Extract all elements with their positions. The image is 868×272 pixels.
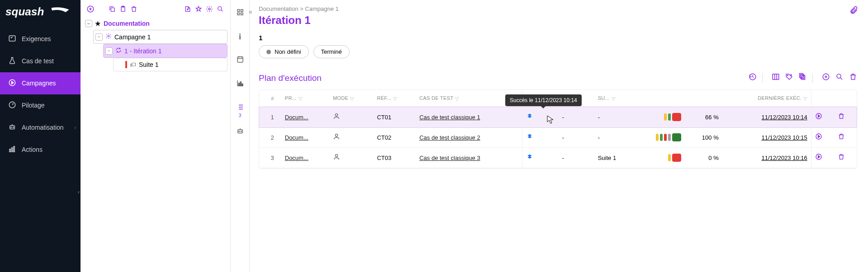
date-link[interactable]: 11/12/2023 10:14	[762, 114, 807, 121]
add-button[interactable]	[822, 73, 830, 83]
attach-icon[interactable]	[849, 5, 858, 18]
filter-icon[interactable]: ▽	[612, 96, 615, 102]
sidebar-item-campaigns[interactable]: Campagnes	[0, 72, 81, 94]
filter-icon[interactable]: ▽	[299, 96, 302, 102]
cell-trash	[834, 148, 857, 168]
list-count-badge: 3	[239, 113, 242, 118]
settings-icon[interactable]	[205, 5, 214, 14]
col-mode[interactable]: MODE▽	[329, 90, 374, 107]
collapse-left-button[interactable]: «	[249, 8, 252, 15]
detail-gutter: i 3	[231, 0, 250, 272]
cell-project: Docum...	[281, 127, 329, 148]
page-title: Itération 1	[259, 14, 857, 27]
project-link[interactable]: Docum...	[285, 134, 308, 141]
main-panel: « Documentation > Campagne 1 Itération 1…	[250, 0, 868, 272]
svg-point-26	[239, 131, 240, 132]
sidebar-collapse-button[interactable]: ‹	[78, 189, 80, 195]
execution-table: Succès le 11/12/2023 10:14 # PR...▽ MODE…	[259, 89, 857, 169]
svg-rect-21	[237, 57, 243, 62]
iteration-icon	[115, 47, 122, 55]
tree-suite[interactable]: 🏷 Suite 1	[113, 58, 228, 71]
sidebar-item-automation[interactable]: Automatisation ›	[0, 117, 81, 139]
importance-icon	[526, 134, 533, 141]
tree-root[interactable]: − ★ Documentation	[83, 17, 228, 30]
svg-rect-22	[238, 83, 239, 86]
filter-icon[interactable]: ▽	[350, 96, 354, 102]
gauge-icon	[8, 101, 16, 110]
spacer	[115, 61, 123, 68]
search-button[interactable]	[835, 73, 844, 83]
add-icon[interactable]	[86, 5, 95, 14]
breadcrumb-campaign[interactable]: Campagne 1	[305, 5, 338, 12]
pill-undefined[interactable]: Non défini	[259, 45, 309, 58]
case-link[interactable]: Cas de test classique 2	[419, 134, 480, 141]
project-link[interactable]: Docum...	[285, 114, 308, 121]
pill-done[interactable]: Terminé	[313, 45, 350, 58]
sidebar-item-actions[interactable]: Actions	[0, 139, 81, 161]
paste-icon[interactable]	[119, 5, 128, 14]
export-icon[interactable]	[183, 5, 192, 14]
history-icon[interactable]	[749, 73, 757, 83]
play-button[interactable]	[815, 113, 822, 121]
svg-rect-24	[242, 84, 242, 86]
list-icon[interactable]: 3	[236, 103, 244, 113]
info-icon[interactable]: i	[239, 32, 241, 42]
filter-icon[interactable]: ▽	[393, 96, 397, 102]
table-row[interactable]: 2 Docum... CT02 Cas de test classique 2 …	[259, 127, 857, 148]
sidebar-item-testcases[interactable]: Cas de test	[0, 50, 81, 72]
case-link[interactable]: Cas de test classique 1	[419, 114, 480, 121]
table-row[interactable]: 1 Docum... CT01 Cas de test classique 1 …	[259, 107, 857, 127]
trash-button[interactable]	[838, 134, 845, 141]
tag-icon: 🏷	[130, 61, 136, 68]
delete-button[interactable]	[849, 73, 857, 83]
dot-icon	[266, 50, 271, 54]
cell-pct: 100 %	[685, 127, 722, 148]
delete-icon[interactable]	[129, 5, 138, 14]
star-icon[interactable]	[194, 5, 203, 14]
multi-copy-icon[interactable]	[799, 73, 807, 83]
play-button[interactable]	[815, 154, 822, 162]
cell-trash	[834, 107, 857, 127]
tree-iteration[interactable]: − 1 - Itération 1	[103, 44, 228, 58]
sidebar-item-label: Pilotage	[22, 102, 45, 109]
copy-icon[interactable]	[108, 5, 117, 14]
col-delete	[834, 90, 857, 107]
col-last[interactable]: DERNIÈRE EXÉC.▽	[722, 90, 811, 107]
col-num[interactable]: #	[259, 90, 281, 107]
collapse-toggle-icon[interactable]: −	[105, 47, 113, 55]
date-link[interactable]: 11/12/2023 10:15	[762, 134, 807, 141]
filter-icon[interactable]: ▽	[803, 96, 807, 102]
sidebar-item-dashboard[interactable]: Pilotage	[0, 94, 81, 117]
project-link[interactable]: Docum...	[285, 155, 308, 161]
robot-icon[interactable]	[236, 127, 244, 137]
col-suite[interactable]: SU...▽	[594, 90, 634, 107]
breadcrumb-root[interactable]: Documentation	[259, 5, 298, 12]
columns-icon[interactable]	[772, 73, 780, 83]
svg-point-14	[209, 8, 210, 10]
chevron-right-icon: ›	[75, 125, 76, 130]
case-link[interactable]: Cas de test classique 3	[419, 155, 480, 161]
tree-campaign[interactable]: − Campagne 1	[93, 30, 228, 44]
trash-button[interactable]	[838, 113, 845, 121]
collapse-toggle-icon[interactable]: −	[85, 20, 92, 27]
cell-suite: -	[594, 127, 634, 148]
table-row[interactable]: 3 Docum... CT03 Cas de test classique 3 …	[259, 148, 857, 168]
trash-button[interactable]	[838, 154, 845, 162]
tag-plus-icon[interactable]	[785, 73, 793, 83]
svg-point-37	[335, 134, 337, 136]
status-pill	[660, 134, 663, 141]
search-icon[interactable]	[216, 5, 225, 14]
filter-icon[interactable]: ▽	[455, 96, 459, 102]
collapse-toggle-icon[interactable]: −	[95, 33, 103, 41]
play-button[interactable]	[815, 134, 822, 141]
col-project[interactable]: PR...▽	[281, 90, 329, 107]
grid-icon[interactable]	[236, 8, 244, 19]
svg-point-5	[11, 127, 12, 128]
col-ref[interactable]: RÉF...▽	[373, 90, 416, 107]
date-link[interactable]: 11/12/2023 10:16	[762, 155, 807, 161]
calendar-icon[interactable]	[236, 55, 244, 66]
chart-icon[interactable]	[236, 79, 244, 89]
svg-rect-1	[9, 36, 15, 41]
sidebar-item-requirements[interactable]: Exigences	[0, 28, 81, 50]
col-actions	[811, 90, 834, 107]
